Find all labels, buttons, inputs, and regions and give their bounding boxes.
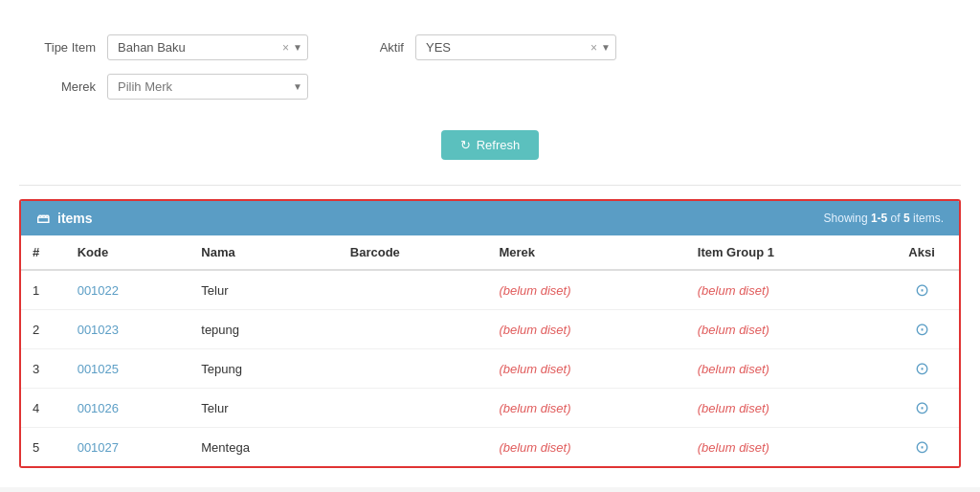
item-group-value: (belum diset) xyxy=(698,401,769,415)
merek-select-wrapper: ▼ xyxy=(107,74,308,100)
merek-input[interactable] xyxy=(107,74,308,100)
table-row: 2001023tepung(belum diset)(belum diset)⊙ xyxy=(21,310,959,349)
cell-merek: (belum diset) xyxy=(487,310,685,349)
item-group-value: (belum diset) xyxy=(698,440,769,455)
showing-range: 1-5 xyxy=(871,212,887,225)
table-row: 1001022Telur(belum diset)(belum diset)⊙ xyxy=(21,270,959,310)
cell-item-group: (belum diset) xyxy=(686,428,884,467)
cell-merek: (belum diset) xyxy=(487,389,685,428)
cell-barcode xyxy=(339,310,488,349)
tipe-item-select-wrapper: × ▼ xyxy=(107,34,308,60)
cell-item-group: (belum diset) xyxy=(686,349,884,389)
filter-row-2: Merek ▼ xyxy=(38,74,942,100)
aktif-select-wrapper: × ▼ xyxy=(415,34,616,60)
cell-nama: tepung xyxy=(189,310,339,349)
merek-value: (belum diset) xyxy=(499,401,570,415)
table-section: 🗃 items Showing 1-5 of 5 items. # Kode N… xyxy=(19,199,961,468)
cell-nama: Mentega xyxy=(189,428,339,467)
cell-barcode xyxy=(339,428,488,467)
cell-kode[interactable]: 001023 xyxy=(66,310,190,349)
action-icon[interactable]: ⊙ xyxy=(915,320,929,339)
cell-aksi[interactable]: ⊙ xyxy=(884,349,959,389)
col-header-nama: Nama xyxy=(189,235,339,270)
cell-kode[interactable]: 001027 xyxy=(66,428,190,467)
tipe-item-input[interactable] xyxy=(107,34,308,60)
refresh-label: Refresh xyxy=(477,138,521,152)
cell-nama: Tepung xyxy=(189,349,339,389)
action-icon[interactable]: ⊙ xyxy=(915,359,929,378)
tipe-item-label: Tipe Item xyxy=(38,40,96,55)
cell-aksi[interactable]: ⊙ xyxy=(884,270,959,310)
cell-merek: (belum diset) xyxy=(487,349,685,389)
item-group-value: (belum diset) xyxy=(698,283,769,298)
refresh-icon: ↻ xyxy=(460,138,471,152)
table-row: 4001026Telur(belum diset)(belum diset)⊙ xyxy=(21,389,959,428)
refresh-button[interactable]: ↻ Refresh xyxy=(441,130,540,160)
btn-area: ↻ Refresh xyxy=(38,113,942,166)
cell-merek: (belum diset) xyxy=(487,270,685,310)
aktif-input[interactable] xyxy=(415,34,616,60)
item-group-value: (belum diset) xyxy=(698,323,769,337)
merek-group: Merek ▼ xyxy=(38,74,308,100)
col-header-kode: Kode xyxy=(66,235,190,270)
cell-item-group: (belum diset) xyxy=(686,310,884,349)
merek-value: (belum diset) xyxy=(499,362,570,376)
action-icon[interactable]: ⊙ xyxy=(915,398,929,417)
cell-barcode xyxy=(339,349,488,389)
merek-value: (belum diset) xyxy=(499,440,570,455)
col-header-item-group: Item Group 1 xyxy=(686,235,884,270)
filter-row-1: Tipe Item × ▼ Aktif × ▼ xyxy=(38,34,942,60)
kode-link[interactable]: 001022 xyxy=(78,283,119,298)
col-header-aksi: Aksi xyxy=(884,235,959,270)
cell-item-group: (belum diset) xyxy=(686,389,884,428)
kode-link[interactable]: 001027 xyxy=(78,440,119,455)
cell-no: 4 xyxy=(21,389,66,428)
table-header-bar: 🗃 items Showing 1-5 of 5 items. xyxy=(21,201,959,235)
action-icon[interactable]: ⊙ xyxy=(915,437,929,457)
action-icon[interactable]: ⊙ xyxy=(915,280,929,300)
items-table: # Kode Nama Barcode Merek Item Group 1 A… xyxy=(21,235,959,466)
merek-value: (belum diset) xyxy=(499,323,570,337)
cell-barcode xyxy=(339,389,488,428)
aktif-group: Aktif × ▼ xyxy=(346,34,616,60)
cell-aksi[interactable]: ⊙ xyxy=(884,389,959,428)
merek-value: (belum diset) xyxy=(499,283,570,298)
col-header-barcode: Barcode xyxy=(339,235,488,270)
kode-link[interactable]: 001026 xyxy=(78,401,119,415)
cell-kode[interactable]: 001026 xyxy=(66,389,190,428)
aktif-clear[interactable]: × xyxy=(590,41,597,55)
aktif-label: Aktif xyxy=(346,40,404,55)
cell-kode[interactable]: 001022 xyxy=(66,270,190,310)
kode-link[interactable]: 001023 xyxy=(78,323,119,337)
kode-link[interactable]: 001025 xyxy=(78,362,119,376)
table-icon: 🗃 xyxy=(36,211,50,226)
cell-barcode xyxy=(339,270,488,310)
cell-kode[interactable]: 001025 xyxy=(66,349,190,389)
cell-merek: (belum diset) xyxy=(487,428,685,467)
table-showing: Showing 1-5 of 5 items. xyxy=(824,212,944,225)
table-row: 3001025Tepung(belum diset)(belum diset)⊙ xyxy=(21,349,959,389)
showing-suffix: items. xyxy=(910,212,944,225)
table-title-text: items xyxy=(57,211,93,226)
tipe-item-clear[interactable]: × xyxy=(282,41,289,55)
cell-no: 1 xyxy=(21,270,66,310)
page-wrapper: Tipe Item × ▼ Aktif × ▼ Merek xyxy=(0,0,980,487)
cell-no: 5 xyxy=(21,428,66,467)
filter-section: Tipe Item × ▼ Aktif × ▼ Merek xyxy=(19,19,961,186)
cell-no: 2 xyxy=(21,310,66,349)
cell-item-group: (belum diset) xyxy=(686,270,884,310)
col-header-merek: Merek xyxy=(487,235,685,270)
tipe-item-group: Tipe Item × ▼ xyxy=(38,34,308,60)
cell-nama: Telur xyxy=(189,389,339,428)
table-title: 🗃 items xyxy=(36,211,93,226)
item-group-value: (belum diset) xyxy=(698,362,769,376)
cell-aksi[interactable]: ⊙ xyxy=(884,310,959,349)
table-header-row: # Kode Nama Barcode Merek Item Group 1 A… xyxy=(21,235,959,270)
cell-nama: Telur xyxy=(189,270,339,310)
table-body: 1001022Telur(belum diset)(belum diset)⊙2… xyxy=(21,270,959,466)
showing-middle: of xyxy=(887,212,903,225)
col-header-hash: # xyxy=(21,235,66,270)
cell-aksi[interactable]: ⊙ xyxy=(884,428,959,467)
table-row: 5001027Mentega(belum diset)(belum diset)… xyxy=(21,428,959,467)
merek-label: Merek xyxy=(38,79,96,94)
